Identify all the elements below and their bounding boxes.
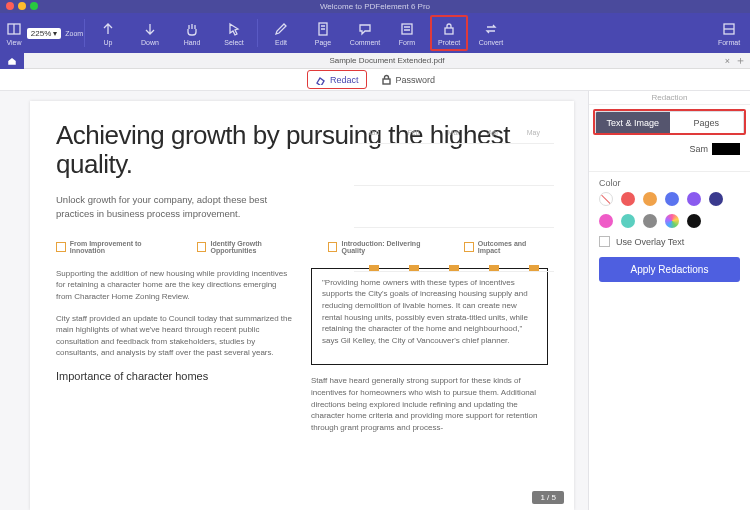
home-icon: [7, 56, 17, 66]
tab-label: Pages: [693, 118, 719, 128]
down-button[interactable]: Down: [129, 13, 171, 53]
section-label: Identify Growth Opportunities: [210, 240, 305, 254]
arrow-down-icon: [142, 21, 158, 37]
tab-pages[interactable]: Pages: [670, 112, 744, 134]
form-button[interactable]: Form: [386, 13, 428, 53]
color-swatch-none[interactable]: [599, 192, 613, 206]
protect-button[interactable]: Protect: [428, 13, 470, 53]
color-section-label: Color: [589, 178, 750, 192]
hand-icon: [184, 21, 200, 37]
separator: [257, 19, 258, 47]
panel-title: Redaction: [589, 91, 750, 105]
convert-button[interactable]: Convert: [470, 13, 512, 53]
svg-rect-7: [383, 79, 390, 84]
color-swatch-custom[interactable]: [665, 214, 679, 228]
chart-month: Mar: [448, 129, 460, 136]
format-label: Format: [718, 39, 740, 46]
view-icon: [6, 21, 22, 37]
bar-chart: Jan Feb Mar Apr May: [354, 129, 554, 289]
format-button[interactable]: Format: [708, 13, 750, 53]
window-maximize-button[interactable]: [30, 2, 38, 10]
document-tab-title[interactable]: Sample Document Extended.pdf: [24, 56, 750, 65]
redact-label: Redact: [330, 75, 359, 85]
svg-rect-3: [402, 24, 412, 34]
lock-icon: [441, 21, 457, 37]
chart-month: Apr: [488, 129, 499, 136]
use-overlay-text-label: Use Overlay Text: [616, 237, 684, 247]
view-button[interactable]: View: [0, 13, 28, 53]
tab-text-and-image[interactable]: Text & Image: [596, 112, 670, 134]
home-tab-button[interactable]: [0, 53, 24, 69]
edit-button[interactable]: Edit: [260, 13, 302, 53]
zoom-value-box[interactable]: 225% ▾: [27, 28, 61, 39]
window-close-button[interactable]: [6, 2, 14, 10]
redaction-panel: Redaction Text & Image Pages Sam Color: [588, 91, 750, 510]
color-swatch-grid: [589, 192, 750, 236]
color-swatch-red[interactable]: [621, 192, 635, 206]
zoom-label: Zoom: [65, 30, 83, 37]
comment-icon: [357, 21, 373, 37]
color-swatch-teal[interactable]: [621, 214, 635, 228]
password-lock-icon: [381, 74, 392, 85]
page-lead: Unlock growth for your company, adopt th…: [56, 193, 286, 220]
form-label: Form: [399, 39, 415, 46]
window-titlebar: Welcome to PDFelement 6 Pro: [0, 0, 750, 13]
use-overlay-text-checkbox[interactable]: [599, 236, 610, 247]
page-button[interactable]: Page: [302, 13, 344, 53]
app-title: Welcome to PDFelement 6 Pro: [320, 2, 430, 11]
section-icon: [328, 242, 338, 252]
cursor-icon: [226, 21, 242, 37]
document-page: Achieving growth by pursuing the highest…: [30, 101, 574, 510]
select-label: Select: [224, 39, 243, 46]
redaction-preview: Sam: [589, 139, 750, 163]
body-paragraph: Supporting the addition of new housing w…: [56, 268, 293, 303]
comment-button[interactable]: Comment: [344, 13, 386, 53]
color-swatch-gray[interactable]: [643, 214, 657, 228]
window-controls: [6, 2, 38, 10]
section-label: From Improvement to Innovation: [70, 240, 175, 254]
redact-button[interactable]: Redact: [309, 72, 365, 87]
up-button[interactable]: Up: [87, 13, 129, 53]
format-icon: [721, 21, 737, 37]
convert-icon: [483, 21, 499, 37]
color-swatch-black[interactable]: [687, 214, 701, 228]
main-toolbar: View 225% ▾ Zoom Up Down Hand Select: [0, 13, 750, 53]
protect-subtoolbar: Redact Password: [0, 69, 750, 91]
color-swatch-purple[interactable]: [687, 192, 701, 206]
hand-button[interactable]: Hand: [171, 13, 213, 53]
page-number-indicator: 1 / 5: [532, 491, 564, 504]
body-paragraph: Staff have heard generally strong suppor…: [311, 375, 548, 433]
section-icon: [197, 242, 207, 252]
color-swatch-blue[interactable]: [665, 192, 679, 206]
apply-redactions-button[interactable]: Apply Redactions: [599, 257, 740, 282]
arrow-up-icon: [100, 21, 116, 37]
close-tab-button[interactable]: ×: [725, 56, 730, 66]
document-viewport[interactable]: Achieving growth by pursuing the highest…: [0, 91, 588, 510]
window-minimize-button[interactable]: [18, 2, 26, 10]
password-button[interactable]: Password: [375, 72, 442, 87]
chart-month: May: [527, 129, 540, 136]
tab-label: Text & Image: [606, 118, 659, 128]
color-swatch-magenta[interactable]: [599, 214, 613, 228]
separator: [84, 19, 85, 47]
redaction-swatch-preview: [712, 143, 740, 155]
chart-month: Jan: [368, 129, 379, 136]
page-icon: [315, 21, 331, 37]
up-label: Up: [104, 39, 113, 46]
svg-rect-4: [445, 28, 453, 34]
hand-label: Hand: [184, 39, 201, 46]
divider: [589, 171, 750, 172]
zoom-control[interactable]: 225% ▾ Zoom: [28, 13, 82, 53]
section-icon: [56, 242, 66, 252]
select-button[interactable]: Select: [213, 13, 255, 53]
convert-label: Convert: [479, 39, 504, 46]
color-swatch-navy[interactable]: [709, 192, 723, 206]
comment-label: Comment: [350, 39, 380, 46]
apply-redactions-label: Apply Redactions: [631, 264, 709, 275]
color-swatch-orange[interactable]: [643, 192, 657, 206]
new-tab-button[interactable]: ＋: [735, 53, 746, 68]
edit-icon: [273, 21, 289, 37]
body-subheading: Importance of character homes: [56, 369, 293, 385]
protect-label: Protect: [438, 39, 460, 46]
redact-icon: [315, 74, 326, 85]
